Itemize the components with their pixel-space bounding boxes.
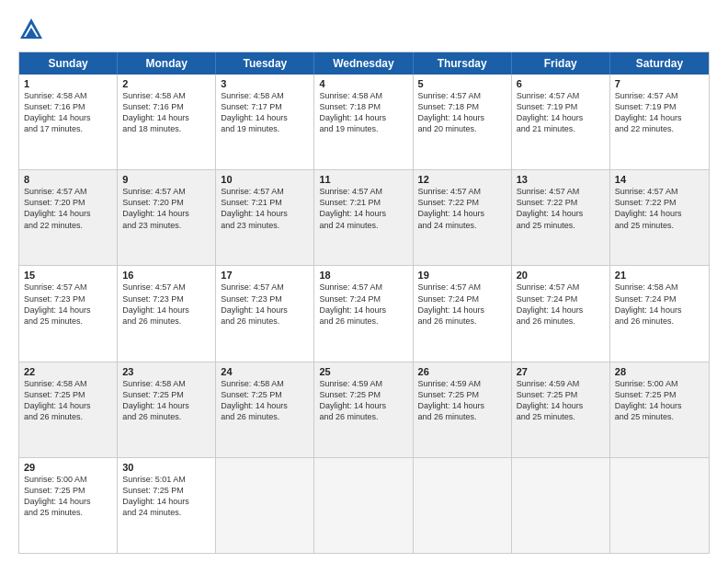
day-info: Sunrise: 4:57 AMSunset: 7:24 PMDaylight:… — [319, 282, 407, 327]
day-number: 27 — [517, 366, 605, 377]
calendar-day-30: 30Sunrise: 5:01 AMSunset: 7:25 PMDayligh… — [118, 458, 216, 553]
calendar-day-26: 26Sunrise: 4:59 AMSunset: 7:25 PMDayligh… — [414, 362, 512, 457]
day-info: Sunrise: 4:57 AMSunset: 7:21 PMDaylight:… — [319, 186, 407, 231]
calendar-day-22: 22Sunrise: 4:58 AMSunset: 7:25 PMDayligh… — [19, 362, 118, 457]
header — [18, 17, 710, 42]
calendar-day-9: 9Sunrise: 4:57 AMSunset: 7:20 PMDaylight… — [118, 170, 216, 265]
calendar-day-4: 4Sunrise: 4:58 AMSunset: 7:18 PMDaylight… — [314, 75, 413, 169]
weekday-header-tuesday: Tuesday — [216, 52, 314, 75]
day-info: Sunrise: 4:57 AMSunset: 7:24 PMDaylight:… — [418, 282, 506, 327]
calendar-empty-cell — [512, 458, 610, 553]
day-number: 17 — [221, 270, 309, 281]
day-number: 1 — [24, 78, 112, 89]
calendar-day-2: 2Sunrise: 4:58 AMSunset: 7:16 PMDaylight… — [118, 75, 216, 169]
day-info: Sunrise: 4:57 AMSunset: 7:18 PMDaylight:… — [418, 90, 506, 135]
day-info: Sunrise: 4:59 AMSunset: 7:25 PMDaylight:… — [418, 378, 506, 423]
calendar-day-12: 12Sunrise: 4:57 AMSunset: 7:22 PMDayligh… — [414, 170, 512, 265]
day-info: Sunrise: 4:57 AMSunset: 7:24 PMDaylight:… — [517, 282, 605, 327]
day-info: Sunrise: 4:57 AMSunset: 7:20 PMDaylight:… — [122, 186, 210, 231]
weekday-header-sunday: Sunday — [19, 52, 118, 75]
logo — [18, 17, 48, 42]
day-info: Sunrise: 4:58 AMSunset: 7:25 PMDaylight:… — [122, 378, 210, 423]
day-number: 2 — [122, 78, 210, 89]
calendar-empty-cell — [216, 458, 314, 553]
day-info: Sunrise: 4:57 AMSunset: 7:23 PMDaylight:… — [221, 282, 309, 327]
calendar-day-15: 15Sunrise: 4:57 AMSunset: 7:23 PMDayligh… — [19, 266, 118, 361]
day-number: 30 — [122, 462, 210, 473]
calendar-row-4: 22Sunrise: 4:58 AMSunset: 7:25 PMDayligh… — [19, 362, 709, 457]
calendar-day-14: 14Sunrise: 4:57 AMSunset: 7:22 PMDayligh… — [610, 170, 709, 265]
calendar-day-3: 3Sunrise: 4:58 AMSunset: 7:17 PMDaylight… — [216, 75, 314, 169]
calendar-day-21: 21Sunrise: 4:58 AMSunset: 7:24 PMDayligh… — [610, 266, 709, 361]
calendar-day-23: 23Sunrise: 4:58 AMSunset: 7:25 PMDayligh… — [118, 362, 216, 457]
calendar-day-20: 20Sunrise: 4:57 AMSunset: 7:24 PMDayligh… — [512, 266, 610, 361]
day-number: 12 — [418, 174, 506, 185]
calendar-day-29: 29Sunrise: 5:00 AMSunset: 7:25 PMDayligh… — [19, 458, 118, 553]
day-info: Sunrise: 4:58 AMSunset: 7:18 PMDaylight:… — [319, 90, 407, 135]
calendar-day-6: 6Sunrise: 4:57 AMSunset: 7:19 PMDaylight… — [512, 75, 610, 169]
day-info: Sunrise: 5:01 AMSunset: 7:25 PMDaylight:… — [122, 474, 210, 519]
day-number: 23 — [122, 366, 210, 377]
day-number: 22 — [24, 366, 112, 377]
day-info: Sunrise: 4:57 AMSunset: 7:20 PMDaylight:… — [24, 186, 112, 231]
day-number: 13 — [517, 174, 605, 185]
day-number: 5 — [418, 78, 506, 89]
calendar-empty-cell — [314, 458, 413, 553]
day-info: Sunrise: 5:00 AMSunset: 7:25 PMDaylight:… — [615, 378, 704, 423]
weekday-header-wednesday: Wednesday — [314, 52, 413, 75]
calendar-empty-cell — [414, 458, 512, 553]
day-number: 3 — [221, 78, 309, 89]
calendar-row-2: 8Sunrise: 4:57 AMSunset: 7:20 PMDaylight… — [19, 169, 709, 265]
calendar-day-19: 19Sunrise: 4:57 AMSunset: 7:24 PMDayligh… — [414, 266, 512, 361]
day-number: 16 — [122, 270, 210, 281]
calendar-day-25: 25Sunrise: 4:59 AMSunset: 7:25 PMDayligh… — [314, 362, 413, 457]
day-number: 4 — [319, 78, 407, 89]
calendar-body: 1Sunrise: 4:58 AMSunset: 7:16 PMDaylight… — [19, 75, 709, 553]
day-number: 28 — [615, 366, 704, 377]
day-number: 25 — [319, 366, 407, 377]
day-number: 10 — [221, 174, 309, 185]
day-number: 14 — [615, 174, 704, 185]
day-info: Sunrise: 4:57 AMSunset: 7:22 PMDaylight:… — [418, 186, 506, 231]
day-number: 18 — [319, 270, 407, 281]
day-number: 26 — [418, 366, 506, 377]
day-number: 11 — [319, 174, 407, 185]
day-info: Sunrise: 4:59 AMSunset: 7:25 PMDaylight:… — [517, 378, 605, 423]
weekday-header-friday: Friday — [512, 52, 610, 75]
calendar-day-18: 18Sunrise: 4:57 AMSunset: 7:24 PMDayligh… — [314, 266, 413, 361]
calendar-day-7: 7Sunrise: 4:57 AMSunset: 7:19 PMDaylight… — [610, 75, 709, 169]
weekday-header-saturday: Saturday — [610, 52, 709, 75]
day-info: Sunrise: 4:58 AMSunset: 7:16 PMDaylight:… — [122, 90, 210, 135]
day-number: 15 — [24, 270, 112, 281]
calendar-row-1: 1Sunrise: 4:58 AMSunset: 7:16 PMDaylight… — [19, 75, 709, 169]
calendar-day-17: 17Sunrise: 4:57 AMSunset: 7:23 PMDayligh… — [216, 266, 314, 361]
day-number: 8 — [24, 174, 112, 185]
calendar-day-11: 11Sunrise: 4:57 AMSunset: 7:21 PMDayligh… — [314, 170, 413, 265]
day-info: Sunrise: 4:57 AMSunset: 7:23 PMDaylight:… — [24, 282, 112, 327]
day-number: 29 — [24, 462, 112, 473]
page: SundayMondayTuesdayWednesdayThursdayFrid… — [0, 0, 728, 563]
day-info: Sunrise: 5:00 AMSunset: 7:25 PMDaylight:… — [24, 474, 112, 519]
day-number: 19 — [418, 270, 506, 281]
calendar-day-16: 16Sunrise: 4:57 AMSunset: 7:23 PMDayligh… — [118, 266, 216, 361]
calendar-header: SundayMondayTuesdayWednesdayThursdayFrid… — [19, 52, 709, 75]
day-info: Sunrise: 4:58 AMSunset: 7:25 PMDaylight:… — [24, 378, 112, 423]
calendar-day-13: 13Sunrise: 4:57 AMSunset: 7:22 PMDayligh… — [512, 170, 610, 265]
day-info: Sunrise: 4:57 AMSunset: 7:22 PMDaylight:… — [615, 186, 704, 231]
calendar-day-10: 10Sunrise: 4:57 AMSunset: 7:21 PMDayligh… — [216, 170, 314, 265]
day-info: Sunrise: 4:59 AMSunset: 7:25 PMDaylight:… — [319, 378, 407, 423]
day-number: 6 — [517, 78, 605, 89]
calendar-day-27: 27Sunrise: 4:59 AMSunset: 7:25 PMDayligh… — [512, 362, 610, 457]
day-number: 24 — [221, 366, 309, 377]
weekday-header-monday: Monday — [118, 52, 216, 75]
day-info: Sunrise: 4:57 AMSunset: 7:19 PMDaylight:… — [615, 90, 704, 135]
day-info: Sunrise: 4:58 AMSunset: 7:25 PMDaylight:… — [221, 378, 309, 423]
day-info: Sunrise: 4:57 AMSunset: 7:21 PMDaylight:… — [221, 186, 309, 231]
calendar-empty-cell — [610, 458, 709, 553]
calendar: SundayMondayTuesdayWednesdayThursdayFrid… — [18, 52, 710, 554]
day-number: 21 — [615, 270, 704, 281]
day-number: 7 — [615, 78, 704, 89]
calendar-day-24: 24Sunrise: 4:58 AMSunset: 7:25 PMDayligh… — [216, 362, 314, 457]
day-info: Sunrise: 4:58 AMSunset: 7:16 PMDaylight:… — [24, 90, 112, 135]
day-number: 20 — [517, 270, 605, 281]
